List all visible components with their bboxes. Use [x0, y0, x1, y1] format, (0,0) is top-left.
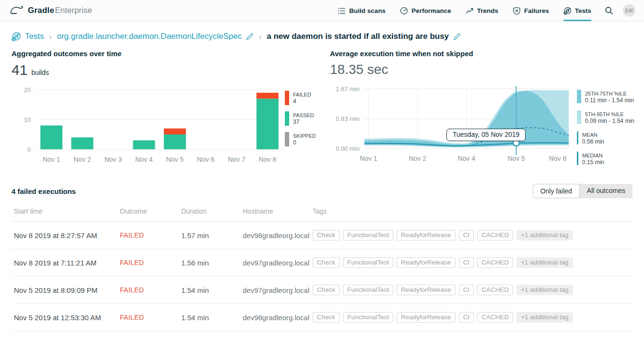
tag-pill: Check — [313, 312, 340, 323]
tag-pill: Check — [313, 230, 340, 241]
column-header-duration: Duration — [181, 207, 243, 215]
legend-value: 0.09 min - 1.54 min — [585, 118, 634, 125]
brand-name: Gradle — [28, 6, 54, 15]
cell-start-time: Nov 8 2019 at 8:27:57 AM — [12, 231, 120, 240]
edit-test-icon[interactable] — [453, 33, 461, 41]
tag-pill: CI — [459, 312, 474, 323]
table-row[interactable]: Nov 8 2019 at 8:27:57 AMFAILED1.57 minde… — [12, 222, 632, 249]
svg-text:Nov 2: Nov 2 — [409, 155, 426, 162]
legend-value: 0 — [293, 139, 316, 146]
shield-x-icon — [513, 7, 521, 15]
bar-failed-nov8[interactable] — [257, 93, 279, 98]
edit-class-icon[interactable] — [246, 33, 254, 41]
svg-text:Nov 1: Nov 1 — [360, 155, 377, 162]
svg-text:10: 10 — [24, 116, 31, 123]
bar-passed-nov8[interactable] — [257, 99, 279, 149]
bar-failed-nov5[interactable] — [164, 129, 186, 134]
legend-swatch — [285, 111, 289, 126]
cell-tags: CheckFunctionalTestReadyforReleaseCICACH… — [313, 257, 632, 268]
cell-outcome: FAILED — [120, 286, 181, 294]
toggle-all-outcomes[interactable]: All outcomes — [580, 184, 632, 198]
tag-pill: CI — [459, 257, 474, 268]
bar-passed-nov4[interactable] — [133, 140, 155, 149]
cell-hostname: dev97gradleorg.local — [243, 286, 313, 294]
outcomes-bar-chart[interactable]: 01020Nov 1Nov 2Nov 3Nov 4Nov 5Nov 6Nov 7… — [12, 86, 285, 169]
legend-failed: FAILED4 — [285, 91, 316, 105]
search-button[interactable] — [605, 0, 613, 21]
legend-value: 0.56 min — [582, 138, 604, 145]
table-row[interactable]: Nov 5 2019 at 8:09:09 PMFAILED1.54 minde… — [12, 277, 632, 304]
cell-duration: 1.54 min — [181, 286, 243, 294]
nav-item-tests[interactable]: Tests — [563, 0, 591, 21]
cell-start-time: Nov 5 2019 at 8:09:09 PM — [12, 286, 120, 294]
tag-pill: ReadyforRelease — [397, 312, 455, 323]
primary-nav: Build scansPerformanceTrendsFailuresTest… — [338, 0, 591, 21]
tag-pill: CI — [459, 285, 474, 295]
svg-text:Nov 1: Nov 1 — [43, 156, 60, 163]
legend-swatch — [577, 110, 581, 124]
additional-tags-badge[interactable]: +1 additional tag — [516, 312, 573, 323]
tag-pill: Check — [313, 285, 340, 295]
outcomes-legend: FAILED4PASSED37SKIPPED0 — [285, 86, 316, 169]
nav-item-trends[interactable]: Trends — [466, 0, 498, 21]
breadcrumb-class-label: org.gradle.launcher.daemon.DaemonLifecyc… — [57, 32, 242, 41]
breadcrumb-separator: › — [49, 33, 52, 41]
nav-item-performance[interactable]: Performance — [400, 0, 451, 21]
legend-label: MEDIAN — [582, 152, 604, 159]
nav-label: Build scans — [349, 7, 386, 14]
breadcrumb-class-link[interactable]: org.gradle.launcher.daemon.DaemonLifecyc… — [57, 32, 242, 41]
execution-area-chart[interactable]: Nov 1Nov 2Nov 4Nov 5Nov 80.00 min0.83 mi… — [330, 85, 572, 168]
legend-label: PASSED — [293, 111, 314, 119]
table-row[interactable]: Nov 5 2019 at 12:53:30 AMFAILED1.54 mind… — [12, 304, 632, 331]
additional-tags-badge[interactable]: +1 additional tag — [516, 257, 573, 268]
execution-legend: 25TH-75TH %ILE0.11 min - 1.54 min5TH-95T… — [577, 85, 634, 168]
legend-value: 4 — [293, 98, 311, 105]
legend-label: 5TH-95TH %ILE — [585, 110, 634, 118]
tag-pill: CACHED — [477, 230, 513, 241]
execution-title: Average execution time when not skipped — [330, 49, 634, 58]
bar-passed-nov1[interactable] — [40, 125, 62, 149]
cell-outcome: FAILED — [120, 313, 181, 321]
additional-tags-badge[interactable]: +1 additional tag — [516, 230, 573, 241]
svg-text:Nov 3: Nov 3 — [105, 156, 122, 163]
legend-skipped: SKIPPED0 — [285, 132, 316, 146]
svg-text:Nov 6: Nov 6 — [197, 156, 215, 163]
cell-tags: CheckFunctionalTestReadyforReleaseCICACH… — [313, 312, 632, 323]
user-avatar[interactable]: EW — [623, 4, 635, 17]
legend-swatch — [577, 131, 578, 144]
svg-text:0.83 min: 0.83 min — [336, 115, 360, 122]
additional-tags-badge[interactable]: +1 additional tag — [516, 285, 573, 295]
table-header-row: Start timeOutcomeDurationHostnameTags — [12, 205, 632, 222]
brand-suffix: Enterprise — [55, 6, 92, 15]
cell-start-time: Nov 5 2019 at 12:53:30 AM — [12, 313, 120, 322]
legend-label: 25TH-75TH %ILE — [585, 90, 634, 97]
legend-value: 0.15 min — [582, 159, 604, 166]
builds-count: 41 — [12, 62, 27, 78]
search-icon — [605, 6, 613, 15]
table-row[interactable]: Nov 8 2019 at 7:11:21 AMFAILED1.56 minde… — [12, 249, 632, 277]
tag-pill: FunctionalTest — [343, 285, 393, 295]
brand-logo[interactable]: Gradle Enterprise — [10, 0, 92, 21]
toggle-only-failed[interactable]: Only failed — [533, 184, 580, 198]
column-header-start-time: Start time — [12, 207, 120, 215]
legend-mean: MEAN0.56 min — [577, 131, 634, 145]
nav-item-build-scans[interactable]: Build scans — [338, 0, 386, 21]
nav-label: Tests — [575, 7, 591, 14]
legend-swatch — [285, 132, 289, 146]
nav-item-failures[interactable]: Failures — [513, 0, 549, 21]
cell-hostname: dev98gradleorg.local — [243, 313, 313, 322]
cell-start-time: Nov 8 2019 at 7:11:21 AM — [12, 259, 120, 267]
cell-tags: CheckFunctionalTestReadyforReleaseCICACH… — [313, 285, 632, 295]
avg-execution-value: 18.35 sec — [330, 62, 388, 77]
breadcrumb-tests-link[interactable]: Tests — [12, 32, 44, 41]
svg-text:Nov 8: Nov 8 — [549, 155, 567, 162]
bar-passed-nov2[interactable] — [71, 137, 94, 149]
gauge-icon — [400, 7, 408, 15]
legend-25th-75th-ile: 25TH-75TH %ILE0.11 min - 1.54 min — [577, 90, 634, 104]
bar-passed-nov5[interactable] — [164, 134, 186, 149]
tag-pill: FunctionalTest — [343, 230, 393, 241]
tag-pill: ReadyforRelease — [397, 230, 455, 241]
breadcrumb: Tests › org.gradle.launcher.daemon.Daemo… — [0, 22, 644, 41]
tag-pill: CACHED — [477, 257, 513, 268]
legend-value: 0.11 min - 1.54 min — [585, 97, 634, 104]
